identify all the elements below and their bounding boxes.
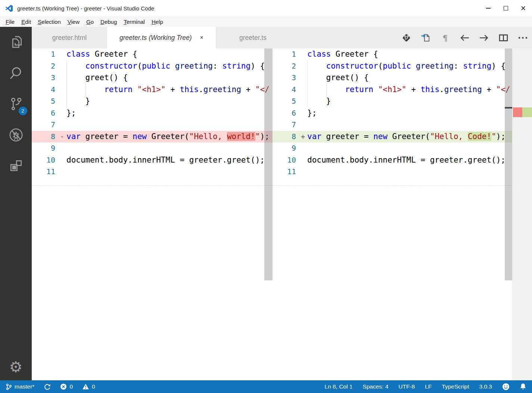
line-number: 11 [32,166,58,178]
activity-source-control-button[interactable]: 2 [6,94,26,114]
code-line[interactable]: 7 [273,119,532,131]
code-token: } [307,97,331,106]
maximize-button[interactable] [497,0,514,16]
status-lf[interactable]: LF [425,383,432,390]
code-token: document.body.innerHTML = greeter.greet(… [307,155,505,164]
overview-removed-marker [513,107,522,117]
activity-search-button[interactable] [6,63,26,83]
status-utf-8[interactable]: UTF-8 [398,383,415,390]
next-change-button[interactable] [479,32,489,43]
code-line[interactable]: 10document.body.innerHTML = greeter.gree… [32,154,273,166]
code-line[interactable]: 1class Greeter { [273,48,532,60]
status-label: Spaces: 4 [363,383,388,390]
tab-label: greeter.ts (Working Tree) [119,34,192,42]
previous-change-button[interactable] [459,32,470,43]
code-token: constructor [85,62,137,70]
toggle-whitespace-button[interactable]: ¶ [440,32,451,43]
diff-pane-modified[interactable]: 1class Greeter {2 constructor(public gre… [273,48,532,380]
warnings-icon [82,383,89,390]
indent-guide [326,84,327,96]
activity-explorer-button[interactable] [6,32,26,52]
sync-icon [44,383,51,390]
code-content: greet() { [66,72,273,84]
code-line[interactable]: 11 [32,166,273,178]
diff-sign [58,48,66,60]
menu-selection[interactable]: Selection [34,19,64,25]
line-number: 10 [273,154,299,166]
menu-go[interactable]: Go [83,19,97,25]
status-spaces-4[interactable]: Spaces: 4 [363,383,388,390]
code-line[interactable]: 5 } [273,95,532,107]
code-line[interactable]: 10document.body.innerHTML = greeter.gree… [273,154,532,166]
status-typescript[interactable]: TypeScript [442,383,469,390]
tab-greeter-ts[interactable]: greeter.ts [216,27,290,48]
close-button[interactable]: × [514,0,532,16]
diff-sign [58,154,66,166]
code-line[interactable]: 7 [32,119,273,131]
left-scrollbar-thumb[interactable] [264,48,273,280]
vscode-logo-icon [5,4,13,13]
indent-guide [66,72,67,84]
line-number: 5 [273,95,299,107]
menu-terminal[interactable]: Terminal [120,19,148,25]
menu-file[interactable]: File [2,19,18,25]
indent-guide [66,84,67,96]
diff-sign [58,119,66,131]
menu-edit[interactable]: Edit [18,19,34,25]
code-token [373,85,378,94]
code-line[interactable]: 6}; [32,107,273,119]
code-line[interactable]: 9 [273,142,532,154]
code-line[interactable]: 9 [32,142,273,154]
status-ln-8-col-1[interactable]: Ln 8, Col 1 [324,383,352,390]
tab-greeter-html[interactable]: greeter.html [32,27,107,48]
code-token: . [439,85,444,94]
code-line[interactable]: 1class Greeter { [32,48,273,60]
more-actions-button[interactable] [517,32,528,43]
split-editor-button[interactable] [498,32,509,43]
code-line[interactable]: 11 [273,166,532,178]
status-feedback-smiley[interactable] [502,383,510,390]
diff-pane-original[interactable]: 1class Greeter {2 constructor(public gre… [32,48,273,380]
code-content: greet() { [307,72,532,84]
menu-view[interactable]: View [64,19,83,25]
status-sync[interactable] [44,383,51,390]
code-line[interactable]: 2 constructor(public greeting: string) { [32,60,273,72]
code-token: " [491,132,496,141]
code-line[interactable]: 8-var greeter = new Greeter("Hello, worl… [32,131,273,143]
code-line[interactable]: 3 greet() { [32,72,273,84]
code-line[interactable]: 2 constructor(public greeting: string) { [273,60,532,72]
status-notifications-bell[interactable] [520,383,526,390]
line-number: 2 [32,60,58,72]
right-scrollbar-thumb[interactable] [505,48,512,280]
split-editor-icon [498,33,508,43]
diff-sign [58,84,66,96]
tab-greeter-ts-working-tree[interactable]: greeter.ts (Working Tree)× [107,27,216,48]
status-errors[interactable]: 0 [60,383,73,390]
status-label: Ln 8, Col 1 [324,383,352,390]
code-line[interactable]: 8+var greeter = new Greeter("Hello, Code… [273,131,532,143]
menu-help[interactable]: Help [148,19,167,25]
window-title: greeter.ts (Working Tree) - greeter - Vi… [17,5,154,12]
status-warnings[interactable]: 0 [82,383,95,390]
tab-close-icon[interactable]: × [200,34,203,41]
settings-gear-button[interactable]: ⚙ [9,359,23,374]
editor-area: greeter.htmlgreeter.ts (Working Tree)×gr… [32,27,532,380]
activity-extensions-button[interactable] [6,156,26,176]
status-label: LF [425,383,432,390]
status-git-branch[interactable]: master* [6,383,34,390]
code-line[interactable]: 4 return "<h1>" + this.greeting + "</ [32,84,273,96]
open-file-icon [421,33,431,43]
code-line[interactable]: 6}; [273,107,532,119]
tab-label: greeter.html [52,34,87,42]
diff-editor: 1class Greeter {2 constructor(public gre… [32,48,532,380]
menu-debug[interactable]: Debug [97,19,120,25]
activity-debug-button[interactable] [6,125,26,145]
code-line[interactable]: 3 greet() { [273,72,532,84]
code-token: ( [137,62,142,70]
open-file-button[interactable] [420,32,431,43]
open-changes-button[interactable] [401,32,412,43]
code-line[interactable]: 4 return "<h1>" + this.greeting + "</ [273,84,532,96]
code-line[interactable]: 5 } [32,95,273,107]
status-3-0-3[interactable]: 3.0.3 [479,383,492,390]
minimize-button[interactable] [479,0,497,16]
